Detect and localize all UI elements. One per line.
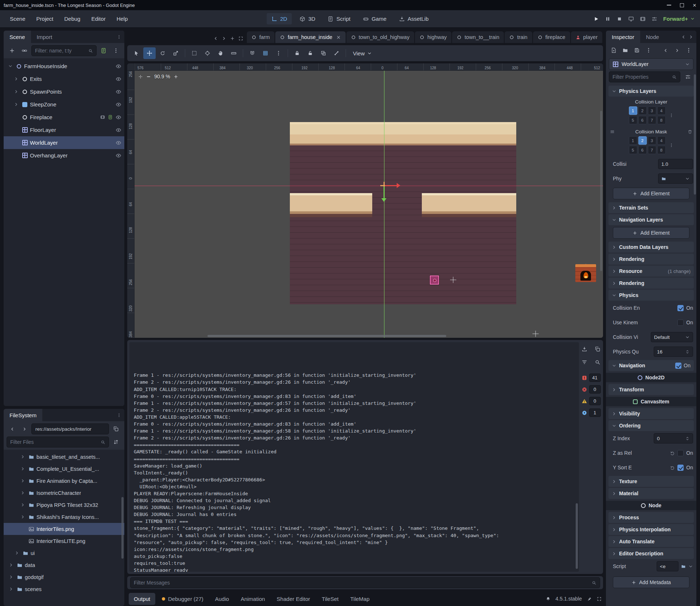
close-tab-icon[interactable] [336, 35, 341, 40]
visibility-eye-icon[interactable] [116, 89, 121, 95]
menu-item[interactable]: Debug [59, 13, 85, 24]
chevron-down-icon[interactable] [688, 564, 693, 569]
z-as-relative-checkbox[interactable] [677, 450, 684, 456]
tilemap-room[interactable] [290, 122, 516, 304]
output-log[interactable]: Frame 1 - res://scripts/systems/inventor… [129, 342, 579, 572]
visibility-eye-icon[interactable] [116, 153, 121, 159]
collision-layer-cell[interactable]: 6 [638, 116, 647, 124]
filesystem-item[interactable]: basic_tileset_and_assets... [4, 451, 124, 463]
group-texture[interactable]: Texture [608, 476, 694, 487]
collision-layer-cell[interactable]: 2 [638, 106, 647, 115]
renderer-select[interactable]: Forward+ [663, 16, 695, 22]
scene-filter-input[interactable] [35, 48, 86, 54]
movie-maker-button[interactable] [640, 16, 646, 22]
collision-mask-cell[interactable]: 2 [638, 136, 647, 145]
pivot-tool-button[interactable] [201, 47, 214, 59]
collision-layer-cell[interactable]: 1 [629, 106, 637, 115]
message-filter-input[interactable] [134, 580, 589, 586]
bottom-panel-tab[interactable]: Audio [210, 593, 234, 605]
save-log-button[interactable] [579, 344, 590, 355]
property-filter-input[interactable] [612, 74, 669, 80]
pan-tool-button[interactable] [214, 47, 227, 59]
close-button[interactable]: × [693, 2, 696, 8]
scene-tree-menu-icon[interactable] [110, 45, 121, 56]
filesystem-item[interactable]: InteriorTilesLITE.png [4, 535, 124, 547]
stop-button[interactable] [617, 16, 622, 22]
tab-import[interactable]: Import [31, 31, 58, 43]
add-metadata-button[interactable]: Add Metadata [613, 576, 689, 588]
workspace-button[interactable]: 3D [295, 13, 320, 24]
distraction-free-icon[interactable] [238, 36, 243, 41]
dock-options-icon[interactable] [117, 413, 121, 418]
center-view-icon[interactable] [138, 74, 143, 79]
group-rendering-sub[interactable]: Rendering [608, 254, 694, 265]
scene-tab[interactable]: farm_house_inside [275, 31, 346, 43]
add-element-button[interactable]: Add Element [613, 227, 689, 239]
filesystem-item[interactable]: Fire Animation by Capta... [4, 475, 124, 487]
collapsed-chevron-icon[interactable] [9, 575, 13, 579]
menu-item[interactable]: Project [32, 13, 58, 24]
menu-item[interactable]: Editor [86, 13, 110, 24]
scene-tree-row[interactable]: WorldLayer [4, 136, 124, 149]
pause-button[interactable] [605, 16, 611, 22]
remote-debug-button[interactable] [628, 16, 634, 22]
minimize-button[interactable] [667, 5, 671, 5]
menu-item[interactable]: Help [112, 13, 133, 24]
scene-tree-row[interactable]: FarmHouseInside [4, 60, 124, 73]
collision-mask-cell[interactable]: 4 [657, 136, 666, 145]
node-position-marker[interactable] [533, 331, 539, 337]
property-tools-icon[interactable] [682, 71, 693, 82]
history-forward-icon[interactable] [689, 35, 693, 39]
collapsed-chevron-icon[interactable] [20, 478, 25, 483]
collapsed-chevron-icon[interactable] [15, 551, 19, 555]
move-tool-button[interactable] [143, 47, 156, 59]
filesystem-item[interactable]: scenes [4, 583, 124, 595]
instanced-scene-icon[interactable] [100, 115, 105, 120]
collision-priority-field[interactable]: 1.0 [658, 159, 693, 169]
workspace-button[interactable]: Game [358, 13, 391, 24]
reorder-handle-icon[interactable] [610, 129, 615, 134]
bottom-panel-tab[interactable]: Animation [236, 593, 270, 605]
group-transform[interactable]: Transform [608, 384, 694, 395]
rotate-tool-button[interactable] [156, 47, 169, 59]
workspace-button[interactable]: 2D [267, 13, 292, 24]
collision-mask-cell[interactable]: 6 [638, 146, 647, 154]
collision-mask-cell[interactable]: 5 [629, 146, 637, 154]
collision-enabled-checkbox[interactable] [677, 305, 684, 311]
filesystem-item[interactable]: Shikashi's Fantasy Icons... [4, 511, 124, 523]
mask-grid-options-icon[interactable] [669, 143, 674, 148]
group-rendering[interactable]: Rendering [608, 278, 694, 289]
layer-grid-options-icon[interactable] [669, 113, 674, 118]
menu-item[interactable]: Scene [5, 13, 30, 24]
group-resource[interactable]: Resource (1 change) [608, 266, 694, 277]
collapsed-chevron-icon[interactable] [20, 454, 25, 459]
y-sort-enabled-checkbox[interactable] [677, 465, 684, 471]
collapsed-chevron-icon[interactable] [20, 515, 25, 519]
collision-layer-cell[interactable]: 7 [648, 116, 656, 124]
ruler-tool-button[interactable] [228, 47, 240, 59]
smart-snap-button[interactable] [246, 47, 258, 59]
collision-visibility-dropdown[interactable]: Default [651, 332, 693, 342]
scene-tab[interactable]: town_to_old_highway [346, 31, 414, 43]
use-kinematic-checkbox[interactable] [677, 320, 684, 326]
log-counter[interactable]: 0 [582, 397, 601, 405]
group-custom-data-layers[interactable]: Custom Data Layers [608, 242, 694, 253]
collapsed-chevron-icon[interactable] [20, 466, 25, 471]
inspector-forward-icon[interactable] [672, 45, 682, 56]
inspector-scrollbar[interactable] [694, 74, 696, 195]
collision-mask-cell[interactable]: 1 [629, 136, 637, 145]
grid-snap-button[interactable] [259, 47, 272, 59]
workspace-button[interactable]: Script [323, 13, 355, 24]
scene-tab[interactable]: fireplace [533, 31, 570, 43]
zoom-in-button[interactable] [174, 74, 178, 79]
tab-inspector[interactable]: Inspector [606, 31, 640, 43]
fs-sort-icon[interactable] [110, 437, 121, 447]
inspector-back-icon[interactable] [660, 45, 671, 56]
search-log-button[interactable] [592, 357, 603, 368]
select-tool-button[interactable] [130, 47, 143, 59]
viewport-canvas[interactable]: 90.9 % [135, 71, 603, 338]
filesystem-item[interactable]: data [4, 559, 124, 571]
revert-icon[interactable] [670, 465, 675, 470]
canvas-vscrollbar[interactable] [600, 111, 602, 271]
group-physics[interactable]: Physics [608, 290, 694, 301]
